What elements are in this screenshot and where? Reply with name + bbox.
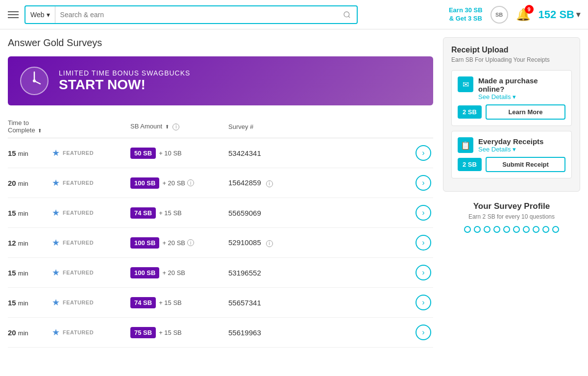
- row-time: 15 min: [8, 258, 52, 288]
- survey-info-icon[interactable]: i: [266, 240, 273, 247]
- see-details-chevron-icon: ▾: [513, 93, 516, 100]
- search-dropdown[interactable]: Web ▾: [25, 6, 55, 23]
- featured-label: FEATURED: [63, 270, 94, 276]
- everyday-see-details-chevron-icon: ▾: [513, 146, 516, 153]
- survey-go-button[interactable]: ›: [416, 265, 431, 280]
- col-header-action: [375, 115, 433, 138]
- bonus-sb-label: + 15 SB: [159, 209, 182, 217]
- main-container: Answer Gold Surveys LIMITED TIME BONUS S…: [0, 29, 588, 355]
- star-icon: ★: [52, 297, 60, 308]
- row-time: 20 min: [8, 168, 52, 198]
- survey-go-button[interactable]: ›: [416, 235, 431, 251]
- star-icon: ★: [52, 237, 60, 248]
- row-info-icon[interactable]: i: [187, 239, 194, 246]
- row-featured: ★ FEATURED: [52, 318, 130, 348]
- earn-sb-promo[interactable]: Earn 30 SB & Get 3 SB: [449, 6, 483, 23]
- survey-go-button[interactable]: ›: [416, 175, 431, 191]
- table-row: 15 min ★ FEATURED 74 SB + 15 SB 55657341…: [8, 288, 433, 318]
- sb-amount-badge: 100 SB: [130, 177, 159, 189]
- row-sb: 100 SB + 20 SB i: [130, 168, 228, 198]
- receipt-upload-card: Receipt Upload Earn SB For Uploading You…: [443, 37, 580, 192]
- survey-info-icon[interactable]: i: [266, 180, 273, 187]
- sb-amount-badge: 74 SB: [130, 207, 156, 219]
- survey-profile-subtitle: Earn 2 SB for every 10 questions: [443, 213, 580, 220]
- svg-line-1: [348, 16, 350, 18]
- sb-amount-badge: 74 SB: [130, 297, 156, 308]
- profile-dot: [552, 226, 559, 233]
- row-sb: 74 SB + 15 SB: [130, 288, 228, 318]
- profile-dot: [464, 226, 471, 233]
- earn-sb-line1: Earn 30 SB: [449, 6, 483, 15]
- featured-label: FEATURED: [63, 240, 94, 246]
- profile-dot: [523, 226, 530, 233]
- search-bar: Web ▾: [24, 5, 358, 24]
- everyday-actions: 2 SB Submit Receipt: [458, 157, 565, 172]
- survey-go-button[interactable]: ›: [416, 295, 431, 310]
- profile-dot: [474, 226, 481, 233]
- sb-circle-button[interactable]: SB: [490, 6, 508, 24]
- sidebar: Receipt Upload Earn SB For Uploading You…: [443, 37, 580, 233]
- col-header-sb[interactable]: SB Amount ⬆ i: [130, 115, 228, 138]
- profile-dot: [493, 226, 500, 233]
- sb-info-icon[interactable]: i: [172, 124, 179, 130]
- row-sb: 75 SB + 15 SB: [130, 318, 228, 348]
- row-survey-number: 55619963: [228, 318, 375, 348]
- row-info-icon[interactable]: i: [187, 179, 194, 186]
- row-survey-number: 15642859 i: [228, 168, 375, 198]
- receipt-upload-title: Receipt Upload: [451, 46, 572, 54]
- header: Web ▾ Earn 30 SB & Get 3 SB SB 🔔 9 152 S…: [0, 0, 588, 29]
- survey-go-button[interactable]: ›: [416, 205, 431, 221]
- everyday-receipts-item: 📋 Everyday Receipts See Details ▾ 2 SB S…: [451, 131, 572, 178]
- col-header-survey: Survey #: [228, 115, 375, 138]
- profile-dot: [484, 226, 490, 233]
- featured-label: FEATURED: [63, 329, 94, 335]
- row-time: 20 min: [8, 318, 52, 348]
- row-survey-number: 53196552: [228, 258, 375, 288]
- sb-balance[interactable]: 152 SB ▾: [539, 8, 580, 21]
- notification-bell[interactable]: 🔔 9: [516, 8, 531, 22]
- row-action: ›: [375, 198, 433, 228]
- profile-dot: [542, 226, 549, 233]
- menu-icon[interactable]: [8, 11, 19, 18]
- submit-receipt-button[interactable]: Submit Receipt: [486, 157, 565, 172]
- row-sb: 100 SB + 20 SB: [130, 258, 228, 288]
- profile-dot: [513, 226, 520, 233]
- everyday-receipts-header: 📋 Everyday Receipts See Details ▾: [458, 137, 565, 153]
- row-action: ›: [375, 258, 433, 288]
- search-button[interactable]: [337, 6, 357, 23]
- col-header-time[interactable]: Time to Complete ⬆: [8, 115, 52, 138]
- online-purchase-see-details[interactable]: See Details ▾: [478, 93, 565, 100]
- table-row: 15 min ★ FEATURED 50 SB + 10 SB 53424341…: [8, 138, 433, 168]
- balance-chevron-icon: ▾: [576, 10, 580, 19]
- row-time: 15 min: [8, 198, 52, 228]
- featured-label: FEATURED: [63, 180, 94, 186]
- survey-go-button[interactable]: ›: [416, 325, 431, 340]
- online-purchase-actions: 2 SB Learn More: [458, 104, 565, 120]
- sb-amount-badge: 100 SB: [130, 237, 159, 249]
- earn-sb-line2: & Get 3 SB: [449, 15, 483, 23]
- page-title: Answer Gold Surveys: [8, 37, 433, 49]
- everyday-see-details[interactable]: See Details ▾: [478, 146, 543, 153]
- row-featured: ★ FEATURED: [52, 228, 130, 258]
- row-time: 12 min: [8, 228, 52, 258]
- row-time: 15 min: [8, 288, 52, 318]
- bonus-sb-label: + 20 SB: [162, 239, 185, 247]
- row-featured: ★ FEATURED: [52, 288, 130, 318]
- content-area: Answer Gold Surveys LIMITED TIME BONUS S…: [8, 37, 433, 348]
- sb-amount-badge: 75 SB: [130, 327, 156, 338]
- receipt-doc-icon: 📋: [458, 137, 473, 153]
- banner-subtitle: LIMITED TIME BONUS SWAGBUCKS: [59, 69, 190, 77]
- learn-more-button[interactable]: Learn More: [486, 104, 565, 120]
- star-icon: ★: [52, 327, 60, 338]
- row-sb: 50 SB + 10 SB: [130, 138, 228, 168]
- survey-go-button[interactable]: ›: [416, 145, 431, 161]
- banner-text: LIMITED TIME BONUS SWAGBUCKS START NOW!: [59, 69, 190, 93]
- row-action: ›: [375, 168, 433, 198]
- search-input[interactable]: [55, 11, 337, 19]
- everyday-receipts-title: Everyday Receipts: [478, 137, 543, 146]
- start-now-banner[interactable]: LIMITED TIME BONUS SWAGBUCKS START NOW!: [8, 56, 433, 105]
- star-icon: ★: [52, 267, 60, 278]
- table-row: 20 min ★ FEATURED 100 SB + 20 SB i 15642…: [8, 168, 433, 198]
- sb-amount-badge: 50 SB: [130, 148, 156, 159]
- svg-point-5: [33, 79, 36, 82]
